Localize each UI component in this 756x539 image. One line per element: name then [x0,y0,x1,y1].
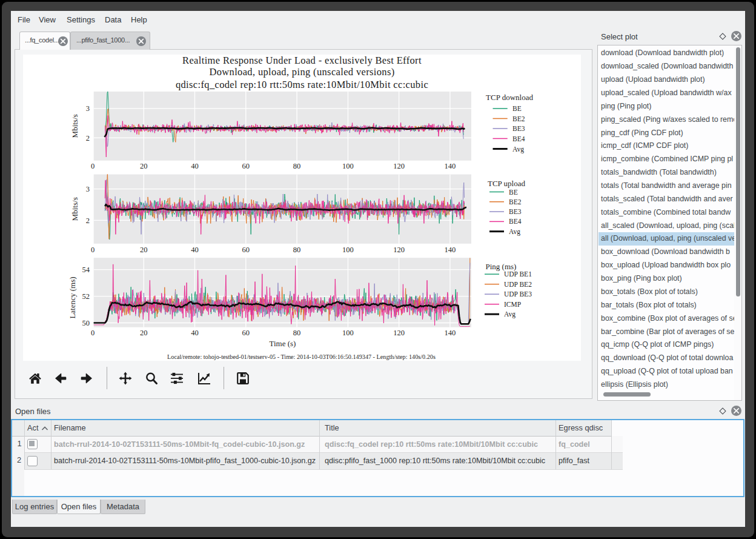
svg-text:40: 40 [191,162,199,170]
svg-text:100: 100 [342,162,354,170]
svg-text:Download, upload, ping (unscal: Download, upload, ping (unscaled version… [209,66,394,78]
svg-text:80: 80 [293,162,301,170]
svg-text:UDP BE2: UDP BE2 [504,281,532,288]
svg-text:54: 54 [82,266,90,274]
svg-text:80: 80 [293,329,301,337]
svg-text:40: 40 [191,329,199,337]
svg-text:100: 100 [342,246,354,254]
svg-text:Avg: Avg [509,228,520,236]
svg-text:0: 0 [91,246,94,254]
svg-text:3: 3 [86,104,90,113]
svg-text:140: 140 [445,162,456,170]
svg-text:120: 120 [393,162,405,170]
svg-text:3: 3 [86,185,90,193]
svg-text:0: 0 [91,162,94,170]
svg-text:TCP upload: TCP upload [488,179,525,188]
svg-text:80: 80 [293,246,301,254]
svg-text:Ping (ms): Ping (ms) [486,262,517,271]
svg-text:BE3: BE3 [512,125,525,132]
svg-text:2: 2 [86,134,90,142]
svg-text:Mbits/s: Mbits/s [70,114,79,138]
svg-text:0: 0 [91,329,94,337]
svg-text:100: 100 [342,329,354,337]
svg-text:50: 50 [82,319,90,327]
svg-text:BE2: BE2 [512,115,525,122]
svg-text:140: 140 [445,246,456,254]
svg-text:Latency (ms): Latency (ms) [68,276,77,318]
svg-text:BE2: BE2 [509,198,522,206]
svg-text:20: 20 [140,162,148,170]
svg-text:20: 20 [140,329,148,337]
svg-text:Avg: Avg [504,310,516,318]
svg-text:qdisc:fq_codel rep:10 rtt:50ms: qdisc:fq_codel rep:10 rtt:50ms rate:10Mb… [176,79,428,90]
svg-text:52: 52 [82,292,90,301]
svg-text:120: 120 [393,329,405,337]
svg-text:UDP BE1: UDP BE1 [504,270,532,278]
svg-text:Realtime Response Under Load -: Realtime Response Under Load - exclusive… [182,55,422,66]
svg-text:BE: BE [512,105,522,112]
svg-text:60: 60 [242,329,250,337]
svg-text:BE: BE [509,189,518,196]
svg-text:Avg: Avg [512,146,524,153]
svg-text:ICMP: ICMP [504,301,521,308]
svg-text:120: 120 [393,246,405,254]
svg-text:Local/remote: tohojo-testbed-0: Local/remote: tohojo-testbed-01/testserv… [167,353,436,360]
svg-text:20: 20 [140,246,148,254]
svg-text:140: 140 [445,329,456,337]
svg-text:BE3: BE3 [509,208,522,215]
svg-text:Time (s): Time (s) [269,339,296,348]
svg-text:60: 60 [242,162,250,170]
svg-text:60: 60 [242,246,250,254]
svg-text:2: 2 [86,216,90,225]
svg-text:UDP BE3: UDP BE3 [504,290,532,298]
svg-text:TCP download: TCP download [486,93,533,102]
svg-text:BE4: BE4 [512,135,525,142]
svg-text:40: 40 [191,246,199,254]
svg-text:Mbits/s: Mbits/s [70,197,79,221]
svg-text:BE4: BE4 [509,218,522,225]
